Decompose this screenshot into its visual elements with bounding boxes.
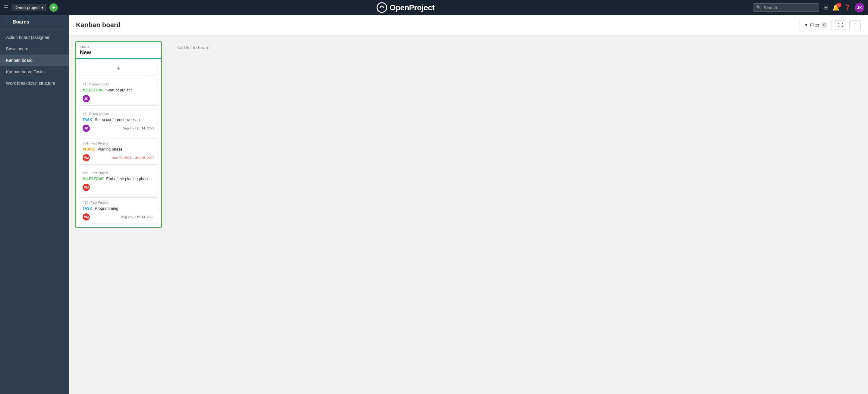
card-date-34: Dec 29, 2021 – Jan 28, 2022 [112,156,154,160]
card-avatar-34: MM [83,154,90,161]
card-34[interactable]: #34 · Test Project PHASE Planing phase M… [79,138,158,165]
card-meta-50: #50 · Test Project [83,201,154,204]
sidebar-item-action-board[interactable]: Action board (assignee) [0,32,69,43]
more-options-button[interactable]: ⋮ [849,20,861,30]
search-box[interactable]: 🔍 [753,3,819,12]
card-meta-4: #4 · Demo project [83,112,154,116]
filter-count: 0 [821,22,827,28]
card-number-35: #35 [83,171,88,175]
project-name: Demo project [14,5,39,10]
card-avatar-35: MM [83,184,90,191]
card-separator-1: · Demo project [87,82,109,86]
notifications-button[interactable]: 🔔 1 [832,4,840,11]
card-content-34: PHASE Planing phase [83,146,154,152]
filter-icon: ▼ [804,23,808,27]
column-status-label: Status [80,45,157,49]
search-icon: 🔍 [756,5,761,10]
sidebar-item-work-breakdown[interactable]: Work breakdown structure [0,78,69,89]
logo-text: OpenProject [390,3,435,12]
card-number-1: #1 [83,82,86,86]
card-avatar-4: JK [83,124,90,132]
help-button[interactable]: ❓ [844,4,850,11]
card-4[interactable]: #4 · Demo project TASK Setup conference … [79,109,158,135]
plus-icon: + [172,45,175,50]
header-actions: ▼ Filter 0 ⛶ ⋮ [800,20,861,30]
sidebar: ← Boards Action board (assignee) Basic b… [0,15,69,394]
card-date-50: Aug 23 – Oct 14, 2022 [121,215,154,219]
column-cards: #1 · Demo project MILESTONE Start of pro… [76,77,161,227]
app-logo: OpenProject [376,2,435,13]
search-input[interactable] [764,5,815,10]
main-content: Kanban board ▼ Filter 0 ⛶ ⋮ Status New + [69,15,868,394]
grid-icon[interactable]: ⊞ [824,4,828,11]
card-project-35: · Test Project [89,171,108,175]
card-footer-1: JK [83,95,154,102]
column-status-name: New [80,50,157,56]
column-add-card-button[interactable]: + [79,62,158,76]
card-project-34: · Test Project [89,141,108,145]
logo-icon [376,2,387,13]
svg-point-0 [377,3,387,12]
card-type-1: MILESTONE [83,88,104,92]
card-avatar-50: MM [83,213,90,221]
page-header: Kanban board ▼ Filter 0 ⛶ ⋮ [69,15,868,35]
top-navigation: ☰ Demo project ▾ + OpenProject 🔍 ⊞ 🔔 1 ❓… [0,0,868,15]
card-footer-50: MM Aug 23 – Oct 14, 2022 [83,213,154,221]
card-footer-34: MM Dec 29, 2021 – Jan 28, 2022 [83,154,154,161]
card-avatar-1: JK [83,95,90,102]
fullscreen-button[interactable]: ⛶ [835,20,846,30]
page-title: Kanban board [76,21,121,29]
card-content-4: TASK Setup conference website [83,117,154,122]
card-title-34: Planing phase [98,147,122,151]
sidebar-navigation: Action board (assignee) Basic board Kanb… [0,29,69,91]
card-title-50: Programming [95,206,118,210]
card-meta-35: #35 · Test Project [83,171,154,175]
card-type-34: PHASE [83,147,95,151]
card-meta-34: #34 · Test Project [83,141,154,145]
filter-label: Filter [810,23,819,27]
card-number-50: #50 [83,201,88,204]
board-column-new: Status New + #1 · Demo project MILESTONE… [75,41,162,228]
card-number-34: #34 [83,141,88,145]
card-project-4: · Demo project [87,112,109,116]
card-title-35: End of the planing phase [106,176,150,181]
card-1[interactable]: #1 · Demo project MILESTONE Start of pro… [79,79,158,106]
card-type-35: MILESTONE [83,177,104,181]
card-meta-1: #1 · Demo project [83,82,154,86]
card-50[interactable]: #50 · Test Project TASK Programming MM A… [79,197,158,224]
filter-button[interactable]: ▼ Filter 0 [800,20,832,30]
card-footer-35: MM [83,184,154,191]
card-content-1: MILESTONE Start of project [83,87,154,93]
sidebar-item-kanban-board[interactable]: Kanban board [0,55,69,66]
sidebar-title: Boards [13,19,29,25]
card-footer-4: JK Sep 9 – Oct 14, 2022 [83,124,154,132]
notification-badge: 1 [837,3,841,7]
sidebar-item-kanban-tasks[interactable]: Kanban board Tasks [0,66,69,78]
create-button[interactable]: + [50,3,58,12]
card-type-4: TASK [83,118,92,122]
project-selector[interactable]: Demo project ▾ [11,4,46,11]
user-avatar[interactable]: JK [855,3,864,12]
add-list-button[interactable]: + Add list to board [167,41,214,54]
hamburger-menu-icon[interactable]: ☰ [4,4,8,11]
card-content-35: MILESTONE End of the planing phase [83,176,154,181]
card-date-4: Sep 9 – Oct 14, 2022 [123,126,154,130]
card-title-4: Setup conference website [95,117,140,122]
sidebar-item-basic-board[interactable]: Basic board [0,43,69,55]
board-area: Status New + #1 · Demo project MILESTONE… [69,35,868,394]
card-title-1: Start of project [106,88,132,92]
sidebar-back-button[interactable]: ← [5,19,10,25]
card-type-50: TASK [83,206,92,210]
column-header-new: Status New [76,42,161,59]
add-list-label: Add list to board [177,45,210,50]
card-project-50: · Test Project [89,201,108,204]
card-content-50: TASK Programming [83,205,154,211]
card-35[interactable]: #35 · Test Project MILESTONE End of the … [79,168,158,194]
sidebar-header: ← Boards [0,15,69,29]
chevron-down-icon: ▾ [41,5,43,10]
card-number-4: #4 [83,112,86,116]
